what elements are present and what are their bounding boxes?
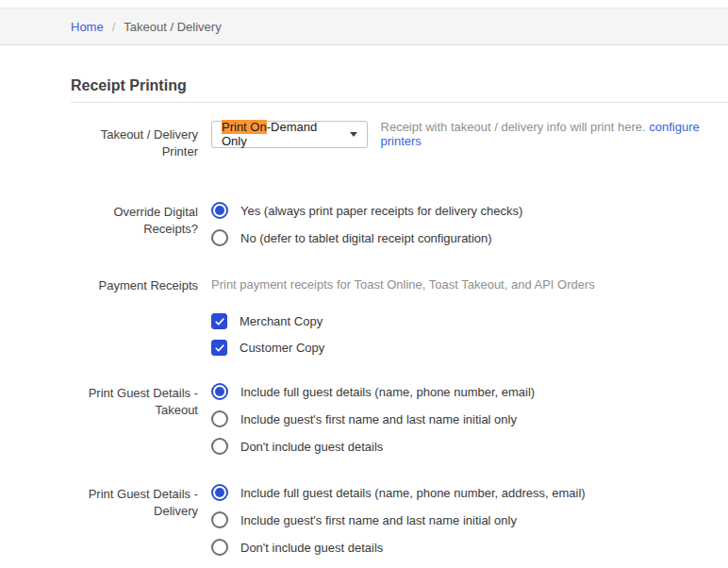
- guest-takeout-radio-group: Include full guest details (name, phone …: [211, 383, 535, 455]
- payment-field-label: Payment Receipts: [71, 276, 198, 356]
- radio-option-takeout-first-name-initial[interactable]: Include guest's first name and last name…: [211, 410, 535, 427]
- radio-option-override-no[interactable]: No (defer to tablet digital receipt conf…: [211, 229, 522, 246]
- printer-field-control: Print On-Demand Only Receipt with takeou…: [211, 120, 728, 160]
- checkmark-icon: [214, 342, 225, 354]
- radio-icon[interactable]: [211, 383, 228, 400]
- radio-icon[interactable]: [211, 484, 228, 501]
- radio-icon[interactable]: [211, 202, 228, 219]
- payment-description: Print payment receipts for Toast Online,…: [211, 276, 595, 292]
- radio-option-delivery-no-details[interactable]: Don't include guest details: [211, 539, 586, 556]
- radio-icon[interactable]: [211, 438, 228, 455]
- form-row-payment-receipts: Payment Receipts Print payment receipts …: [71, 276, 728, 356]
- find-highlight: Print On: [222, 120, 267, 134]
- breadcrumb-separator: /: [112, 20, 116, 34]
- chevron-down-icon: [350, 132, 357, 137]
- breadcrumb: Home / Takeout / Delivery: [0, 8, 728, 45]
- radio-option-delivery-first-name-initial[interactable]: Include guest's first name and last name…: [211, 511, 586, 528]
- guest-delivery-field-label: Print Guest Details - Delivery: [71, 484, 198, 556]
- checkbox-option-merchant-copy[interactable]: Merchant Copy: [211, 313, 595, 329]
- form-row-guest-details-delivery: Print Guest Details - Delivery Include f…: [71, 484, 728, 556]
- breadcrumb-current-page: Takeout / Delivery: [124, 20, 221, 34]
- form-row-guest-details-takeout: Print Guest Details - Takeout Include fu…: [71, 383, 728, 455]
- receipt-printing-form: Takeout / Delivery Printer Print On-Dema…: [71, 120, 728, 556]
- checkbox-icon[interactable]: [211, 313, 227, 329]
- override-field-label: Override Digital Receipts?: [71, 202, 198, 246]
- printer-help-text: Receipt with takeout / delivery info wil…: [381, 120, 728, 148]
- guest-delivery-radio-group: Include full guest details (name, phone …: [211, 484, 586, 556]
- radio-icon[interactable]: [211, 229, 228, 246]
- radio-option-takeout-full-details[interactable]: Include full guest details (name, phone …: [211, 383, 535, 400]
- checkbox-option-customer-copy[interactable]: Customer Copy: [211, 340, 595, 356]
- printer-select-value: Print On-Demand Only: [222, 120, 342, 148]
- page-title: Receipt Printing: [71, 77, 728, 103]
- radio-icon[interactable]: [211, 511, 228, 528]
- form-row-override-digital-receipts: Override Digital Receipts? Yes (always p…: [71, 202, 728, 246]
- radio-option-takeout-no-details[interactable]: Don't include guest details: [211, 438, 535, 455]
- form-row-printer: Takeout / Delivery Printer Print On-Dema…: [71, 120, 728, 160]
- breadcrumb-home-link[interactable]: Home: [71, 20, 104, 34]
- radio-option-delivery-full-details[interactable]: Include full guest details (name, phone …: [211, 484, 586, 501]
- settings-panel: Receipt Printing Takeout / Delivery Prin…: [0, 77, 728, 556]
- payment-checkbox-group: Merchant Copy Customer Copy: [211, 313, 595, 356]
- printer-field-label: Takeout / Delivery Printer: [71, 120, 198, 160]
- payment-field-control: Print payment receipts for Toast Online,…: [211, 276, 595, 356]
- checkmark-icon: [214, 316, 225, 327]
- radio-option-override-yes[interactable]: Yes (always print paper receipts for del…: [211, 202, 522, 219]
- guest-takeout-field-label: Print Guest Details - Takeout: [71, 383, 198, 455]
- checkbox-icon[interactable]: [211, 340, 227, 356]
- printer-select[interactable]: Print On-Demand Only: [211, 121, 368, 148]
- radio-icon[interactable]: [211, 539, 228, 556]
- override-radio-group: Yes (always print paper receipts for del…: [211, 202, 522, 246]
- radio-icon[interactable]: [211, 410, 228, 427]
